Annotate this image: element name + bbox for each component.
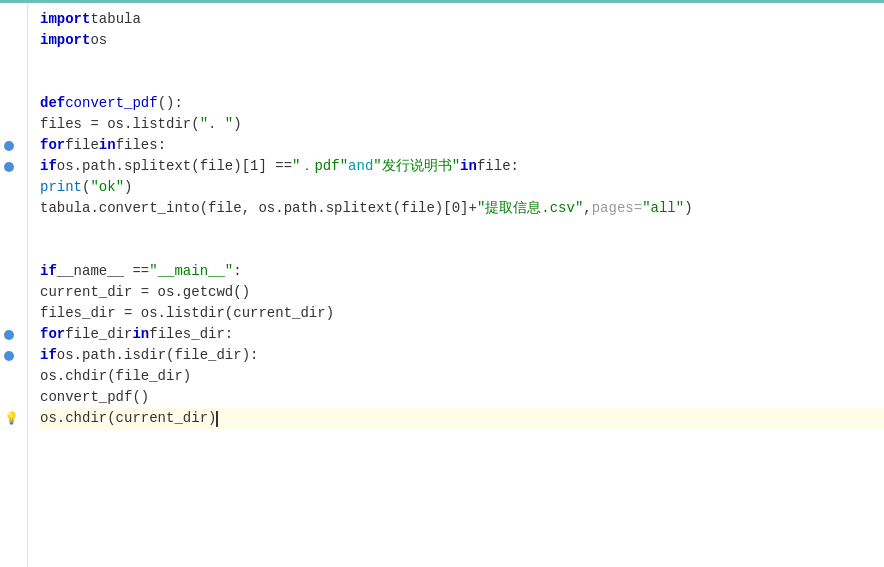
- gutter-cell: [0, 114, 27, 135]
- code-line: for file in files:: [40, 135, 884, 156]
- gutter-cell: [0, 324, 27, 345]
- code-line: [40, 51, 884, 72]
- code-line: for file_dir in files_dir:: [40, 324, 884, 345]
- code-line: files = os.listdir(". "): [40, 114, 884, 135]
- breakpoint-dot: [4, 330, 14, 340]
- gutter-cell: [0, 303, 27, 324]
- code-line: convert_pdf(): [40, 387, 884, 408]
- gutter-cell: [0, 9, 27, 30]
- gutter-cell: [0, 177, 27, 198]
- gutter-cell: [0, 198, 27, 219]
- gutter-cell: [0, 93, 27, 114]
- gutter-cell: [0, 156, 27, 177]
- code-area: 💡 import tabulaimport osdef convert_pdf(…: [0, 3, 884, 567]
- code-line: if os.path.isdir(file_dir):: [40, 345, 884, 366]
- code-line: os.chdir(current_dir): [40, 408, 884, 429]
- code-line: import tabula: [40, 9, 884, 30]
- code-line: if __name__ == "__main__":: [40, 261, 884, 282]
- code-line: [40, 72, 884, 93]
- code-line: if os.path.splitext(file)[1] == "．pdf" a…: [40, 156, 884, 177]
- code-line: [40, 240, 884, 261]
- lightbulb-icon: 💡: [4, 411, 19, 426]
- code-line: print("ok"): [40, 177, 884, 198]
- breakpoint-dot: [4, 141, 14, 151]
- code-line: os.chdir(file_dir): [40, 366, 884, 387]
- code-editor: 💡 import tabulaimport osdef convert_pdf(…: [0, 0, 884, 567]
- code-line: files_dir = os.listdir(current_dir): [40, 303, 884, 324]
- gutter-cell: [0, 366, 27, 387]
- gutter-cell: [0, 135, 27, 156]
- gutter-cell: [0, 387, 27, 408]
- gutter-cell: 💡: [0, 408, 27, 429]
- code-line: [40, 219, 884, 240]
- gutter-cell: [0, 261, 27, 282]
- gutter-cell: [0, 240, 27, 261]
- code-line: def convert_pdf():: [40, 93, 884, 114]
- line-gutter: 💡: [0, 3, 28, 567]
- gutter-cell: [0, 30, 27, 51]
- text-cursor: [216, 411, 218, 427]
- gutter-cell: [0, 219, 27, 240]
- gutter-cell: [0, 282, 27, 303]
- code-line: import os: [40, 30, 884, 51]
- gutter-cell: [0, 345, 27, 366]
- code-line: tabula.convert_into(file, os.path.splite…: [40, 198, 884, 219]
- breakpoint-dot: [4, 162, 14, 172]
- gutter-cell: [0, 72, 27, 93]
- gutter-cell: [0, 51, 27, 72]
- breakpoint-dot: [4, 351, 14, 361]
- code-content[interactable]: import tabulaimport osdef convert_pdf():…: [28, 3, 884, 567]
- code-line: current_dir = os.getcwd(): [40, 282, 884, 303]
